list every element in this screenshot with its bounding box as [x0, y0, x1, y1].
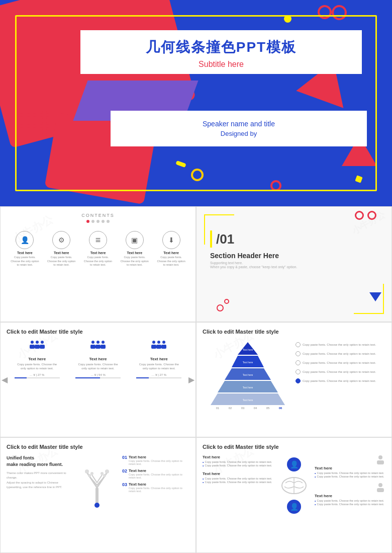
slide5-title: Click to edit Master title style [203, 329, 385, 335]
center-icon-1: 👤 [287, 457, 301, 471]
col-desc-1: Copy paste fonts. Choose the only option… [15, 362, 60, 371]
s3-ring-3 [217, 304, 224, 311]
bullet-circle-2 [296, 351, 301, 356]
icon-label-4: Text here [120, 251, 150, 255]
yellow-bar [210, 230, 212, 248]
yf-right [383, 284, 384, 314]
col-label-3: Text here [136, 357, 181, 361]
bullet-3: Copy paste fonts. Choose the only option… [296, 360, 385, 365]
num-label-2: Text here [129, 468, 189, 473]
icon-item-4: ▣ Text here Copy paste fonts. Choose the… [120, 231, 150, 267]
col-stat-1: … ¥ | 27 % [15, 373, 60, 376]
svg-point-50 [378, 455, 382, 459]
yf-top [204, 214, 234, 215]
slide7-title: Click to edit Master title style [203, 444, 385, 450]
nav-prev-arrow[interactable]: ◀ [2, 375, 8, 384]
speaker-box: Speaker name and title Designed by [111, 111, 367, 146]
svg-text:01: 01 [216, 407, 220, 410]
svg-point-8 [96, 341, 100, 344]
bullet-circle-5-filled [296, 378, 301, 383]
col-desc-2: Copy paste fonts. Choose the only option… [75, 362, 121, 371]
s3-ring-1 [367, 211, 376, 220]
nav-next-arrow[interactable]: ▶ [188, 375, 194, 384]
dot-2 [91, 220, 94, 223]
svg-point-46 [90, 472, 93, 475]
svg-rect-5 [40, 345, 45, 349]
svg-point-42 [85, 469, 89, 473]
bullet-circle-1 [296, 342, 301, 347]
svg-point-44 [88, 474, 91, 477]
num-3: 03 [122, 482, 127, 487]
stat-fill-1 [15, 377, 27, 378]
unified-desc: Theme color makes PPT more convenient to… [7, 471, 72, 490]
numbered-item-3: 03 Text here Copy paste fonts. Choose th… [122, 482, 189, 493]
brain-svg [280, 476, 308, 496]
numbered-item-2: 02 Text here Copy paste fonts. Choose th… [122, 468, 189, 479]
svg-rect-51 [377, 460, 384, 464]
left-entry-2: Text here • Copy paste fonts. Choose the… [203, 471, 273, 484]
bullet-text-4: Copy paste fonts. Choose the only option… [303, 370, 376, 373]
svg-point-10 [102, 341, 105, 344]
svg-text:Text here: Text here [243, 361, 253, 364]
bullet-text-2: Copy paste fonts. Choose the only option… [303, 352, 376, 355]
svg-text:05: 05 [266, 407, 270, 410]
icon-desc-2: Copy paste fonts. Choose the only option… [46, 256, 76, 267]
icon-desc-5: Copy paste fonts. Choose the only option… [156, 256, 186, 267]
deco-ring-1 [20, 5, 38, 23]
tree-svg [82, 457, 112, 508]
right-label-2: Text here [315, 494, 385, 498]
bullet-text-3: Copy paste fonts. Choose the only option… [303, 361, 376, 364]
svg-text:Text here: Text here [243, 386, 253, 389]
title-box: 几何线条撞色PPT模板 Subtitle here [80, 30, 362, 74]
num-desc-1: Copy paste fonts. Choose the only option… [129, 459, 189, 465]
bg-triangle-blue [304, 162, 322, 176]
deco-ring-4 [191, 169, 204, 181]
svg-rect-17 [161, 345, 166, 349]
bullet-5: Copy paste fonts. Choose the only option… [296, 378, 385, 383]
left-label-2: Text here [203, 471, 273, 476]
icon-label-5: Text here [156, 251, 186, 255]
bullet-1: Copy paste fonts. Choose the only option… [296, 342, 385, 347]
right-entry-2: Text here • Copy paste fonts. Choose the… [315, 494, 385, 506]
left-bullet-1b: Copy paste fonts. Choose the only option… [205, 464, 272, 467]
svg-point-35 [94, 503, 100, 508]
dots-left [20, 111, 50, 136]
dot-1 [86, 220, 89, 223]
num-label-1: Text here [129, 455, 189, 459]
icon-label-3: Text here [83, 251, 113, 255]
col-desc-3: Copy paste fonts. Choose the only option… [136, 362, 181, 371]
center-icon-2: 👤 [287, 500, 301, 514]
num-2: 02 [122, 468, 127, 473]
s3-triangle [369, 292, 381, 301]
bullet-text-1: Copy paste fonts. Choose the only option… [303, 343, 376, 346]
num-desc-3: Copy paste fonts. Choose the only option… [129, 487, 189, 493]
svg-point-47 [101, 472, 104, 475]
icon-item-2: ⚙ Text here Copy paste fonts. Choose the… [46, 231, 76, 267]
svg-text:04: 04 [254, 407, 257, 410]
col-stat-3: … ¥ | 27 % [136, 373, 181, 376]
col-icon-3 [136, 340, 181, 355]
yf-left [204, 214, 205, 245]
svg-point-12 [152, 341, 155, 344]
designed-by: Designed by [121, 130, 357, 137]
svg-point-14 [157, 341, 160, 344]
svg-point-52 [378, 483, 382, 487]
yf-bottom [354, 313, 384, 314]
bullet-circle-4 [296, 369, 301, 374]
icon-circle-1: 👤 [16, 231, 34, 249]
section-support: Supporting text here. [210, 261, 385, 265]
svg-point-6 [91, 341, 94, 344]
bullet-4: Copy paste fonts. Choose the only option… [296, 369, 385, 374]
dot-3 [96, 220, 100, 223]
unified-heading: Unified fontsmake reading more fluent. [7, 455, 72, 467]
stat-bar-3 [136, 377, 181, 378]
slide6-title: Click to edit Master title style [7, 444, 189, 450]
stat-bar-1 [15, 377, 60, 378]
svg-rect-13 [151, 345, 156, 349]
deco-ring-2 [330, 3, 349, 22]
icon-desc-4: Copy paste fonts. Choose the only option… [120, 256, 150, 267]
deco-ring-5 [270, 180, 281, 191]
col-icon-2 [75, 340, 121, 355]
pyramid-svg: Text here Text here Text here Text here … [203, 340, 293, 410]
svg-point-43 [105, 469, 109, 473]
